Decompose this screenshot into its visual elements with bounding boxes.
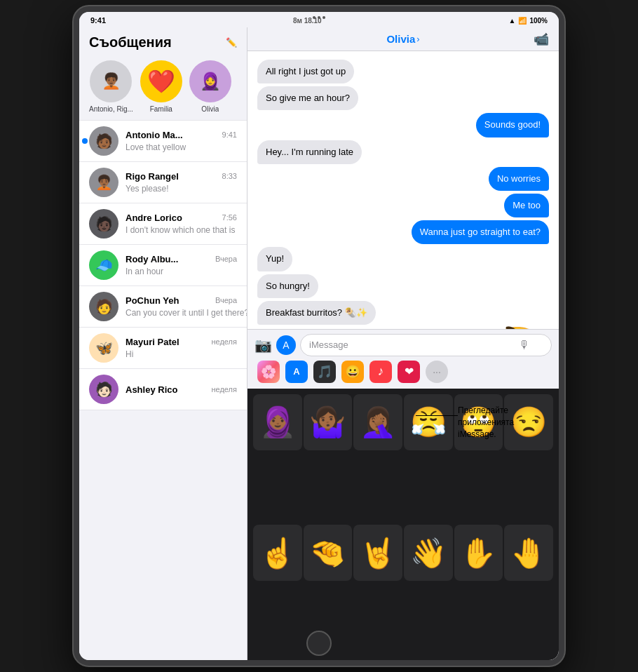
memoji-cell-1[interactable]: 🤷🏾‍♀️ xyxy=(304,394,353,450)
memoji-cell-3[interactable]: 😤 xyxy=(404,394,453,450)
message-row-m6: Me too xyxy=(257,194,549,217)
memoji-picker: 🧕🏾 🤷🏾‍♀️ 🤦🏾‍♀️ 😤 🙄 😒 ☝️ 🤏 🤘 👋 ✋ 🤚 xyxy=(247,389,559,661)
conv-time-ashley: неделя xyxy=(212,385,238,394)
pinned-familia[interactable]: ❤️ Familia xyxy=(140,60,182,113)
message-bubble-m6: Me too xyxy=(504,194,549,217)
conv-avatar-andre: 🧑🏿 xyxy=(89,209,118,238)
input-row: 📷 A iMessage 🎙 xyxy=(254,334,552,356)
memoji-cell-7[interactable]: 🤏 xyxy=(304,525,353,581)
camera-button[interactable]: 📷 xyxy=(254,337,272,354)
message-row-m9: So hungry! xyxy=(257,274,549,298)
conv-item-ashley[interactable]: 🧑🏻 Ashley Rico неделя xyxy=(79,369,247,410)
conv-time-pochun: Вчера xyxy=(215,296,237,304)
memoji-cell-10[interactable]: ✋ xyxy=(454,525,503,581)
conv-info-pochun: PoChun Yeh Вчера Can you cover it until … xyxy=(125,295,237,318)
apps-strip: 🌸 A 🎵 😀 ♪ ❤ ··· xyxy=(254,356,552,386)
home-button[interactable] xyxy=(306,631,332,656)
compose-button[interactable]: ✏️ xyxy=(226,37,237,48)
conv-preview-pochun: Can you cover it until I get there? xyxy=(125,308,247,318)
status-icons: ▲ 📶 100% xyxy=(509,17,548,25)
conv-item-andre[interactable]: 🧑🏿 Andre Lorico 7:56 I don't know which … xyxy=(79,203,247,245)
conv-item-rody[interactable]: 🧢 Rody Albu... Вчера In an hour xyxy=(79,245,247,286)
message-row-m4: Hey... I'm running late xyxy=(257,140,549,164)
message-row-m1: All right I just got up xyxy=(257,60,549,83)
pinned-avatar-olivia: 🧕 xyxy=(189,60,231,102)
facetime-button[interactable]: 📹 xyxy=(534,32,549,47)
apps-button[interactable]: A xyxy=(276,335,296,355)
memoji-cell-11[interactable]: 🤚 xyxy=(504,525,553,581)
conv-preview-mayuri: Hi xyxy=(125,349,133,359)
conv-item-pochun[interactable]: 🧑 PoChun Yeh Вчера Can you cover it unti… xyxy=(79,286,247,328)
chat-contact-name[interactable]: Olivia xyxy=(386,33,415,45)
message-bubble-m10: Breakfast burritos? 🌯✨ xyxy=(257,301,376,325)
memoji-cell-9[interactable]: 👋 xyxy=(404,525,453,581)
message-bubble-m9: So hungry! xyxy=(257,274,318,298)
conv-preview-andre: I don't know which one that is xyxy=(125,225,235,235)
music-app-icon[interactable]: ♪ xyxy=(369,361,392,383)
more-apps-button[interactable]: ··· xyxy=(426,361,448,383)
appstore-icon[interactable]: A xyxy=(285,361,308,383)
conv-preview-antonio: Love that yellow xyxy=(125,142,186,152)
pinned-label-olivia: Olivia xyxy=(201,105,219,113)
pinned-antonio[interactable]: 🧑🏾‍🦱 Antonio, Rig... xyxy=(89,60,133,113)
sidebar-header: Съобщения ✏️ xyxy=(79,27,247,55)
message-bubble-m8: Yup! xyxy=(257,247,292,271)
conv-preview-rody: In an hour xyxy=(125,267,163,276)
message-bubble-m2: So give me an hour? xyxy=(257,86,358,110)
conv-item-mayuri[interactable]: 🦋 Mayuri Patel неделя Hi xyxy=(79,328,247,369)
message-bubble-m7: Wanna just go straight to eat? xyxy=(412,220,549,244)
conv-name-antonio: Antonio Ma... xyxy=(125,130,183,140)
signal-icon: ▲ xyxy=(509,17,516,25)
conv-item-rigo[interactable]: 🧑🏾‍🦱 Rigo Rangel 8:33 Yes please! xyxy=(79,162,247,203)
conv-time-andre: 7:56 xyxy=(222,213,237,222)
sidebar-title: Съобщения xyxy=(89,34,172,51)
chat-contact-info[interactable]: Olivia › xyxy=(386,33,419,45)
memoji-cell-4[interactable]: 🙄 xyxy=(454,394,503,450)
message-input[interactable]: iMessage 🎙 xyxy=(300,334,552,356)
conv-item-antonio[interactable]: 🧑🏾 Antonio Ma... 9:41 Love that yellow xyxy=(79,120,247,162)
conv-avatar-mayuri: 🦋 xyxy=(89,333,118,363)
sidebar: Съобщения ✏️ 🧑🏾‍🦱 Antonio, Rig... ❤️ xyxy=(79,27,247,660)
memoji-cell-6[interactable]: ☝️ xyxy=(253,525,302,581)
conv-info-mayuri: Mayuri Patel неделя Hi xyxy=(125,337,237,360)
wifi-icon: 📶 xyxy=(518,17,527,25)
status-time: 9:41 xyxy=(90,16,106,25)
pinned-avatar-antonio: 🧑🏾‍🦱 xyxy=(90,60,132,102)
message-bubble-m1: All right I just got up xyxy=(257,60,354,83)
message-bubble-m3: Sounds good! xyxy=(476,113,549,137)
conv-avatar-rigo: 🧑🏾‍🦱 xyxy=(89,168,118,197)
audio-app-icon[interactable]: 🎵 xyxy=(313,361,336,383)
pinned-contacts: 🧑🏾‍🦱 Antonio, Rig... ❤️ Familia 🧕 xyxy=(79,55,247,120)
conv-info-antonio: Antonio Ma... 9:41 Love that yellow xyxy=(125,130,237,153)
main-layout: Съобщения ✏️ 🧑🏾‍🦱 Antonio, Rig... ❤️ xyxy=(79,27,559,660)
pinned-label-familia: Familia xyxy=(150,105,172,113)
conv-name-andre: Andre Lorico xyxy=(125,213,182,223)
memoji-cell-0[interactable]: 🧕🏾 xyxy=(253,394,302,450)
status-bar: 9:41 8м 18.10 ▲ 📶 100% xyxy=(79,12,559,27)
device-screen: 9:41 8м 18.10 ▲ 📶 100% Съобщения ✏️ xyxy=(79,12,559,660)
conv-avatar-rody: 🧢 xyxy=(89,250,118,280)
photos-app-icon[interactable]: 🌸 xyxy=(257,361,280,383)
stickers-app-icon[interactable]: 😀 xyxy=(341,361,364,383)
pinned-olivia[interactable]: 🧕 Olivia xyxy=(189,60,231,113)
conv-time-rigo: 8:33 xyxy=(222,172,237,180)
memoji-cell-5[interactable]: 😒 xyxy=(504,394,553,450)
conv-time-antonio: 9:41 xyxy=(222,130,237,139)
conv-preview-rigo: Yes please! xyxy=(125,184,169,194)
microphone-icon[interactable]: 🎙 xyxy=(519,339,530,351)
conv-name-ashley: Ashley Rico xyxy=(125,384,177,395)
conv-name-pochun: PoChun Yeh xyxy=(125,295,179,306)
conv-avatar-ashley: 🧑🏻 xyxy=(89,375,118,404)
message-row-m5: No worries xyxy=(257,167,549,191)
device-frame: 9:41 8м 18.10 ▲ 📶 100% Съобщения ✏️ xyxy=(74,6,564,666)
memoji-cell-2[interactable]: 🤦🏾‍♀️ xyxy=(353,394,402,450)
message-row-m10: Breakfast burritos? 🌯✨ xyxy=(257,301,549,325)
conv-name-rigo: Rigo Rangel xyxy=(125,171,179,182)
conv-name-rody: Rody Albu... xyxy=(125,254,178,264)
input-placeholder: iMessage xyxy=(309,340,515,350)
chat-header-actions: 📹 xyxy=(534,32,549,47)
memoji-cell-8[interactable]: 🤘 xyxy=(353,525,402,581)
pinned-avatar-familia: ❤️ xyxy=(140,60,182,102)
pinned-label-antonio: Antonio, Rig... xyxy=(89,105,133,113)
red-app-icon[interactable]: ❤ xyxy=(398,361,420,383)
